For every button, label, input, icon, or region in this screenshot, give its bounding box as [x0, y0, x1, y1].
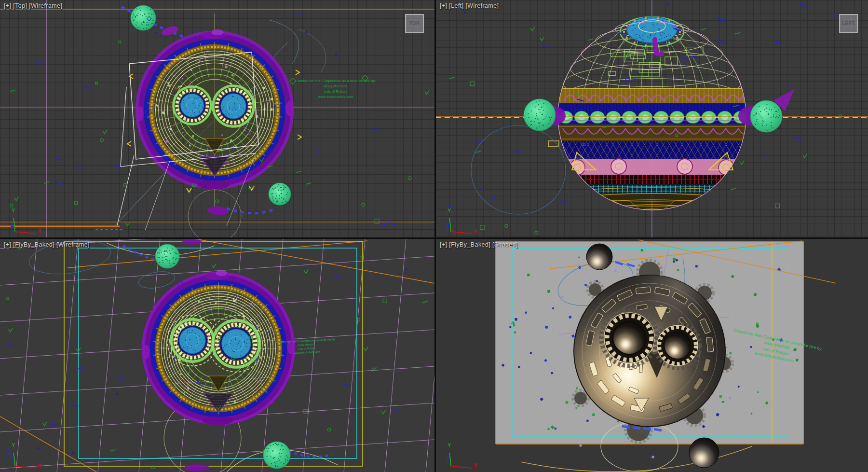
viewport-top[interactable]: [+] [Top] [Wireframe] TOP Created for In…	[0, 0, 434, 237]
svg-text:Z: Z	[447, 457, 450, 462]
scene-top-wireframe	[0, 0, 434, 237]
svg-text:Z: Z	[447, 222, 450, 228]
svg-text:Y: Y	[12, 208, 15, 213]
svg-text:Y: Y	[12, 442, 15, 448]
viewcube-icon[interactable]: TOP	[405, 14, 424, 33]
viewport-label-flyby-wireframe[interactable]: [+] [FlyBy_Baked] [Wireframe]	[4, 241, 90, 248]
viewport-left[interactable]: [+] [Left] [Wireframe] LEFT Y X Z	[436, 0, 868, 237]
axis-tripod-icon: Y X Z	[443, 206, 481, 236]
svg-text:Z: Z	[11, 457, 14, 462]
scene-left-wireframe	[436, 0, 868, 237]
axis-tripod-icon: Y X Z	[7, 440, 45, 470]
svg-text:X: X	[38, 228, 41, 234]
svg-text:Z: Z	[11, 222, 14, 228]
svg-text:Y: Y	[448, 442, 451, 448]
viewport-flyby-shaded[interactable]: [+] [FlyBy_Baked] [Shaded] Created for I…	[436, 239, 868, 472]
axis-tripod-icon: Y X Z	[443, 440, 481, 470]
viewport-flyby-wireframe[interactable]: [+] [FlyBy_Baked] [Wireframe] Created fo…	[0, 239, 434, 472]
scene-flyby-shaded	[436, 239, 868, 472]
svg-text:Y: Y	[448, 208, 451, 213]
viewcube-icon[interactable]: LEFT	[839, 14, 858, 33]
viewport-label-top[interactable]: [+] [Top] [Wireframe]	[4, 2, 62, 9]
viewport-quad-layout: [+] [Top] [Wireframe] TOP Created for In…	[0, 0, 868, 472]
viewport-label-left[interactable]: [+] [Left] [Wireframe]	[440, 2, 499, 9]
scene-flyby-wireframe	[0, 239, 434, 472]
axis-tripod-icon: Y X Z	[7, 206, 45, 236]
svg-text:X: X	[38, 462, 41, 468]
svg-text:X: X	[474, 462, 477, 468]
viewport-label-flyby-shaded[interactable]: [+] [FlyBy_Baked] [Shaded]	[440, 241, 518, 248]
svg-text:X: X	[474, 228, 477, 234]
